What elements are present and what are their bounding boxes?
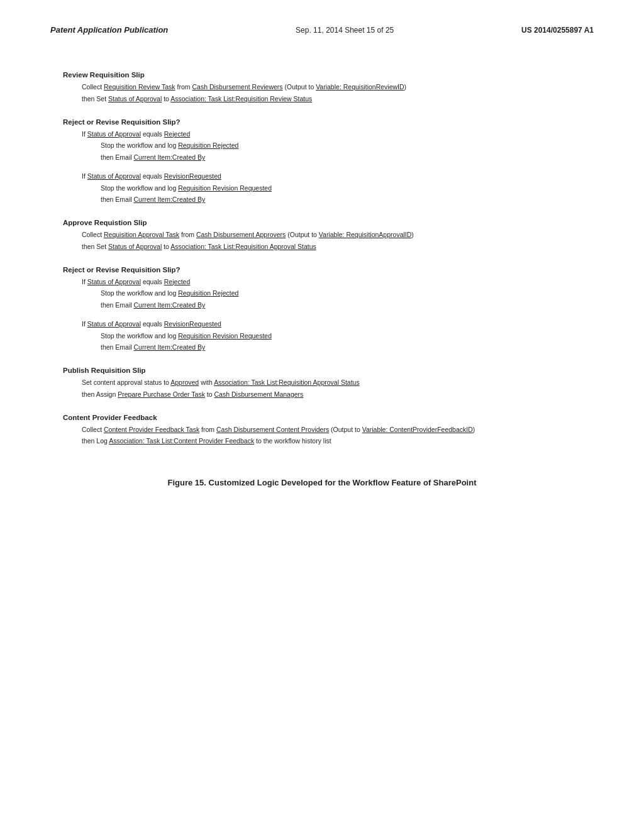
section-reject-or-revise-2: Reject or Revise Requisition Slip?If Sta… xyxy=(63,266,581,353)
link-text: Status of Approval xyxy=(87,278,141,285)
link-text: Association: Task List:Requisition Revie… xyxy=(170,95,312,102)
link-text: Status of Approval xyxy=(108,95,162,102)
link-text: Requisition Approval Task xyxy=(104,231,179,238)
section-line: Collect Content Provider Feedback Task f… xyxy=(82,425,581,435)
header-publication-label: Patent Application Publication xyxy=(50,25,168,35)
section-body: Set content approval status to Approved … xyxy=(63,378,581,400)
link-text: Requisition Rejected xyxy=(178,141,238,149)
section-line: then Set Status of Approval to Associati… xyxy=(82,94,581,104)
link-text: Cash Disbursement Approvers xyxy=(196,231,286,238)
link-text: Association: Task List:Requisition Appro… xyxy=(170,243,316,250)
section-title: Content Provider Feedback xyxy=(63,414,581,421)
header-date-sheet: Sep. 11, 2014 Sheet 15 of 25 xyxy=(296,26,394,35)
condition-line: If Status of Approval equals Rejected xyxy=(82,130,581,140)
if-block: If Status of Approval equals RevisionReq… xyxy=(82,172,581,205)
section-line: Collect Requisition Approval Task from C… xyxy=(82,230,581,240)
section-approve-requisition-slip: Approve Requistion SlipCollect Requisiti… xyxy=(63,219,581,252)
link-text: Cash Disbursement Content Providers xyxy=(216,426,329,433)
section-line: Collect Requisition Review Task from Cas… xyxy=(82,82,581,92)
section-body: Collect Requisition Approval Task from C… xyxy=(63,230,581,252)
link-text: Status of Approval xyxy=(87,172,141,180)
link-text: Variable: RequisitionApprovalID xyxy=(319,231,411,238)
link-text: Prepare Purchase Order Task xyxy=(118,390,205,398)
section-body: If Status of Approval equals RejectedSto… xyxy=(63,130,581,206)
section-body: Collect Requisition Review Task from Cas… xyxy=(63,82,581,104)
section-title: Reject or Revise Requisition Slip? xyxy=(63,118,581,126)
section-title: Review Requisition Slip xyxy=(63,71,581,79)
link-text: Status of Approval xyxy=(87,320,141,328)
link-text: Rejected xyxy=(164,130,190,138)
link-text: Rejected xyxy=(164,278,190,285)
section-line: then Log Association: Task List:Content … xyxy=(82,436,581,446)
section-content-provider-feedback: Content Provider FeedbackCollect Content… xyxy=(63,414,581,447)
section-body: Collect Content Provider Feedback Task f… xyxy=(63,425,581,447)
link-text: RevisionRequested xyxy=(164,172,221,180)
link-text: Requisition Review Task xyxy=(104,83,175,91)
link-text: Current Item:Created By xyxy=(134,153,206,161)
link-text: Association: Task List:Content Provider … xyxy=(109,437,254,445)
condition-line: If Status of Approval equals RevisionReq… xyxy=(82,319,581,329)
section-reject-or-revise-1: Reject or Revise Requisition Slip?If Sta… xyxy=(63,118,581,206)
if-block: If Status of Approval equals RevisionReq… xyxy=(82,319,581,353)
link-text: Cash Disbursement Managers xyxy=(214,390,304,398)
action-line: Stop the workflow and log Requisition Re… xyxy=(82,289,581,299)
link-text: RevisionRequested xyxy=(164,320,221,328)
section-title: Reject or Revise Requisition Slip? xyxy=(63,266,581,274)
main-content: Review Requisition SlipCollect Requisiti… xyxy=(50,71,594,446)
link-text: Current Item:Created By xyxy=(134,343,206,351)
condition-line: If Status of Approval equals Rejected xyxy=(82,277,581,287)
link-text: Content Provider Feedback Task xyxy=(104,426,199,433)
action-line: then Email Current Item:Created By xyxy=(82,195,581,205)
section-title: Publish Requisition Slip xyxy=(63,367,581,374)
link-text: Requisition Rejected xyxy=(178,289,238,297)
link-text: Approved xyxy=(170,379,199,386)
link-text: Association: Task List:Requisition Appro… xyxy=(214,379,360,386)
link-text: Current Item:Created By xyxy=(134,196,206,203)
if-block: If Status of Approval equals RejectedSto… xyxy=(82,130,581,163)
link-text: Status of Approval xyxy=(87,130,141,138)
link-text: Variable: ContentProviderFeedbackID xyxy=(362,426,473,433)
action-line: then Email Current Item:Created By xyxy=(82,153,581,163)
link-text: Variable: RequisitionReviewID xyxy=(316,83,404,91)
link-text: Current Item:Created By xyxy=(134,301,206,309)
action-line: then Email Current Item:Created By xyxy=(82,343,581,353)
page-header: Patent Application Publication Sep. 11, … xyxy=(50,25,594,40)
if-block: If Status of Approval equals RejectedSto… xyxy=(82,277,581,311)
link-text: Status of Approval xyxy=(108,243,162,250)
figure-caption: Figure 15. Customized Logic Developed fo… xyxy=(50,478,594,487)
section-title: Approve Requistion Slip xyxy=(63,219,581,226)
link-text: Requisition Revision Requested xyxy=(178,332,272,340)
section-body: If Status of Approval equals RejectedSto… xyxy=(63,277,581,353)
header-patent-number: US 2014/0255897 A1 xyxy=(521,26,594,35)
section-line: Set content approval status to Approved … xyxy=(82,378,581,388)
action-line: Stop the workflow and log Requisition Re… xyxy=(82,331,581,341)
section-publish-requisition-slip: Publish Requisition SlipSet content appr… xyxy=(63,367,581,400)
section-line: then Set Status of Approval to Associati… xyxy=(82,242,581,252)
link-text: Requisition Revision Requested xyxy=(178,184,272,192)
section-line: then Assign Prepare Purchase Order Task … xyxy=(82,390,581,400)
section-review-requisition-slip: Review Requisition SlipCollect Requisiti… xyxy=(63,71,581,104)
link-text: Cash Disbursement Reviewers xyxy=(192,83,282,91)
condition-line: If Status of Approval equals RevisionReq… xyxy=(82,172,581,182)
action-line: Stop the workflow and log Requisition Re… xyxy=(82,184,581,194)
action-line: then Email Current Item:Created By xyxy=(82,301,581,311)
action-line: Stop the workflow and log Requisition Re… xyxy=(82,141,581,151)
page: Patent Application Publication Sep. 11, … xyxy=(0,0,644,830)
